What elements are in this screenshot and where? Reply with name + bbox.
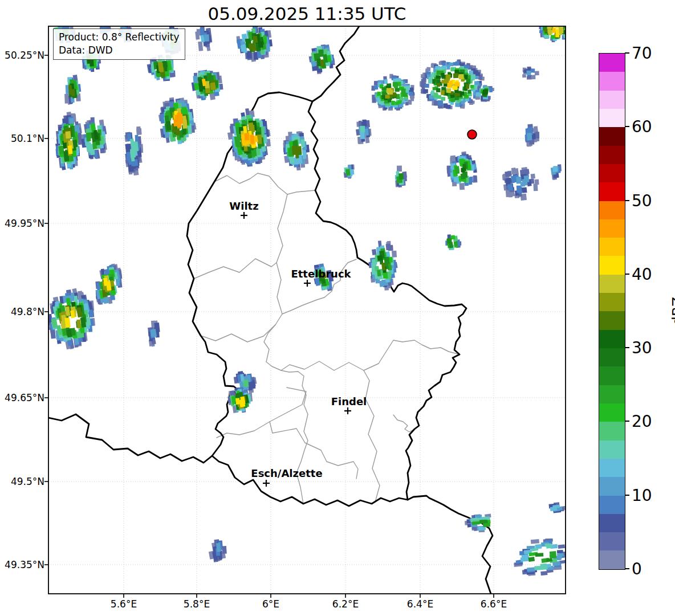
radar-echo-cell <box>455 166 460 174</box>
radar-echo-cell <box>447 83 452 88</box>
radar-echo-cell <box>86 133 91 142</box>
radar-echo-cell <box>372 249 377 255</box>
city-label: Ettelbruck <box>291 268 351 280</box>
radar-echo-cell <box>384 257 389 264</box>
radar-echo-cell <box>443 103 448 108</box>
radar-echo-cell <box>395 101 399 105</box>
radar-echo-cell <box>467 89 471 93</box>
radar-echo-cell <box>246 51 252 58</box>
radar-echo-cell <box>441 90 445 95</box>
colorbar-tick-label: 50 <box>632 191 652 210</box>
colorbar-segment <box>599 293 625 311</box>
radar-echo-cell <box>76 320 81 329</box>
radar-echo-cell <box>552 505 560 508</box>
radar-echo-cell <box>460 183 465 190</box>
colorbar-segment <box>599 72 625 90</box>
radar-echo-cell <box>557 550 563 554</box>
city-label: Wiltz <box>229 200 258 212</box>
radar-echo-cell <box>428 79 432 83</box>
radar-echo-cell <box>405 101 409 105</box>
radar-echo-cell <box>257 134 262 144</box>
radar-echo-cell <box>540 571 547 576</box>
radar-echo-cell <box>249 43 254 50</box>
radar-echo-cell <box>469 177 473 183</box>
radar-echo-cell <box>535 553 543 557</box>
colorbar-segment <box>599 385 625 403</box>
radar-echo-cell <box>528 557 535 562</box>
colorbar-segment <box>599 219 625 238</box>
radar-echo-cell <box>546 545 552 549</box>
radar-echo-cell <box>250 134 254 144</box>
radar-echo-cell <box>395 88 399 92</box>
radar-echo-cell <box>521 557 529 562</box>
colorbar-tick-mark <box>625 200 629 201</box>
colorbar-segment <box>599 238 625 256</box>
colorbar-tick-label: 20 <box>632 412 652 431</box>
colorbar-segment <box>599 514 625 532</box>
radar-echo-cell <box>345 169 351 176</box>
radar-echo-cell <box>553 167 558 172</box>
colorbar-tick-mark <box>625 347 629 348</box>
radar-echo-cell <box>552 28 556 33</box>
radar-echo-cell <box>441 73 444 77</box>
radar-echo-cell <box>540 564 547 568</box>
colorbar-segment <box>599 403 625 422</box>
radar-echo-cell <box>397 165 402 172</box>
radar-echo-cell <box>446 74 451 79</box>
radar-echo-cell <box>433 87 437 91</box>
radar-echo-cell <box>383 272 388 279</box>
y-tick-label: 49.5°N <box>0 476 44 487</box>
colorbar-segment <box>599 366 625 385</box>
radar-echo-cell <box>437 71 442 75</box>
radar-echo-cell <box>461 168 465 172</box>
y-tick-label: 50.1°N <box>0 133 44 144</box>
colorbar-tick-mark <box>625 52 629 54</box>
radar-echo-cell <box>559 29 564 34</box>
radar-echo-cell <box>453 73 458 78</box>
radar-echo-cell <box>452 86 457 90</box>
radar-echo-cell <box>455 93 460 96</box>
radar-echo-cell <box>64 317 70 328</box>
radar-echo-cell <box>560 22 564 26</box>
radar-echo-cell <box>374 85 379 90</box>
radar-echo-cell <box>489 87 493 92</box>
y-tick-label: 50.25°N <box>0 50 44 61</box>
radar-echo-cell <box>555 18 559 21</box>
radar-echo-cell <box>551 22 555 26</box>
radar-echo-cell <box>483 89 488 95</box>
radar-echo-cell <box>458 74 463 79</box>
colorbar-segment <box>599 477 625 495</box>
radar-echo-cell <box>436 88 441 92</box>
radar-echo-cell <box>524 176 530 183</box>
colorbar-segment <box>599 440 625 459</box>
radar-echo-cell <box>507 183 513 191</box>
colorbar-segment <box>599 201 625 219</box>
radar-echo-cell <box>377 255 383 261</box>
plot-background <box>48 26 566 594</box>
colorbar-tick-label: 0 <box>632 560 642 578</box>
radar-echo-cell <box>543 22 547 26</box>
radar-echo-cell <box>447 238 452 244</box>
product-line: Product: 0.8° Reflectivity <box>59 31 180 44</box>
radar-echo-cell <box>475 92 481 96</box>
radar-echo-cell <box>511 176 517 183</box>
radar-echo-cell <box>557 18 560 22</box>
colorbar-segment <box>599 54 625 72</box>
radar-echo-cell <box>437 95 441 99</box>
colorbar-tick-label: 10 <box>632 486 652 504</box>
radar-echo-cell <box>461 173 466 180</box>
colorbar-tick-mark <box>625 126 629 127</box>
radar-echo-cell <box>393 82 397 87</box>
colorbar-axis-label: dBZ <box>669 296 675 325</box>
radar-echo-cell <box>301 139 306 147</box>
city-label: Findel <box>331 395 367 407</box>
radar-echo-cell <box>473 176 477 182</box>
radar-echo-cell <box>446 88 452 93</box>
radar-echo-cell <box>409 92 413 96</box>
radar-echo-cell <box>540 22 545 26</box>
x-tick-label: 6.2°E <box>332 598 359 610</box>
x-tick-label: 5.6°E <box>111 598 137 610</box>
radar-echo-cell <box>446 64 450 70</box>
colorbar-tick-label: 40 <box>632 264 652 283</box>
radar-echo-cell <box>531 174 535 179</box>
